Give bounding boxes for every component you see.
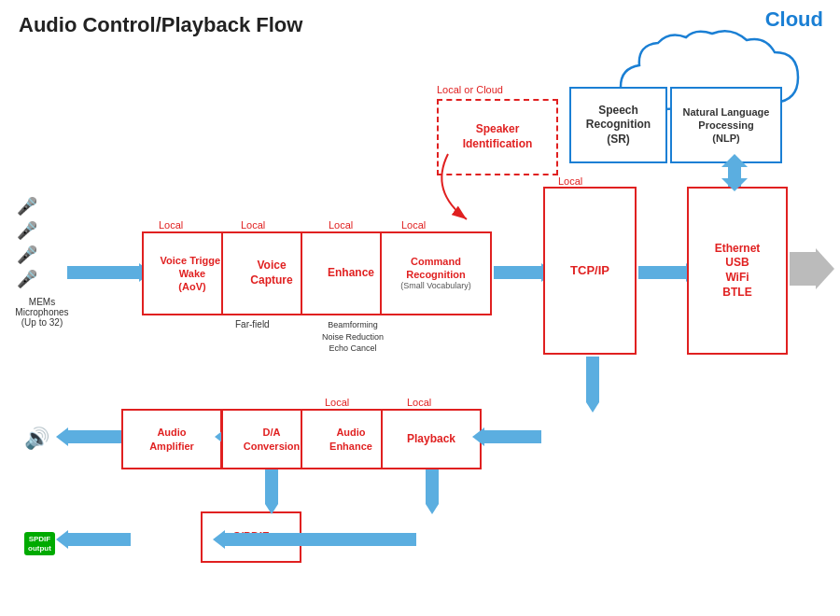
arrow-playback-spdif-h (224, 533, 416, 546)
mic-icon-2: 🎤 (17, 220, 37, 241)
playback-box: Playback (381, 409, 482, 469)
voice-trigger-local: Local (159, 219, 183, 231)
svg-rect-8 (426, 469, 439, 503)
ethernet-box: Ethernet USB WiFi BTLE (687, 187, 788, 355)
speech-recognition-box: Speech Recognition (SR) (569, 87, 667, 163)
beamforming-label: BeamformingNoise ReductionEcho Cancel (297, 319, 409, 355)
spdif-badge: SPDIFoutput (24, 532, 55, 555)
v-arrow-da-spdif (265, 469, 278, 514)
svg-marker-7 (265, 501, 278, 514)
svg-marker-0 (721, 154, 748, 167)
page-title: Audio Control/Playback Flow (19, 13, 302, 37)
microphone-group: 🎤 🎤 🎤 🎤 (17, 196, 37, 289)
svg-rect-1 (728, 167, 741, 178)
mic-icon-orange: 🎤 (17, 245, 37, 265)
svg-marker-5 (586, 399, 599, 413)
tcp-ip-box: TCP/IP (543, 187, 637, 355)
mic-icon-1: 🎤 (17, 196, 37, 217)
enhance-local: Local (329, 219, 353, 231)
arrow-mic-to-voice (67, 266, 140, 279)
curved-arrow-svg (420, 135, 532, 247)
mic-icon-3: 🎤 (17, 269, 37, 289)
arrow-tcp-playback (483, 430, 541, 443)
tcp-local: Local (558, 175, 582, 187)
playback-local: Local (407, 397, 431, 408)
arrow-to-spdif (67, 533, 131, 546)
nlp-box: Natural Language Processing (NLP) (670, 87, 782, 163)
v-arrow-tcp-down (586, 357, 599, 413)
svg-marker-9 (426, 501, 439, 514)
arrow-cmd-tcp (494, 266, 542, 279)
audio-enhance-local: Local (325, 397, 349, 408)
voice-capture-local: Local (241, 219, 265, 231)
v-arrow-playback-spdif (426, 469, 439, 514)
mic-label: MEMsMicrophones(Up to 32) (9, 297, 75, 328)
voice-capture-sub: Far-field (235, 319, 270, 329)
svg-rect-4 (586, 357, 599, 401)
svg-rect-6 (265, 469, 278, 503)
local-or-cloud-label: Local or Cloud (437, 84, 503, 95)
audio-amplifier-box: Audio Amplifier (121, 409, 222, 469)
arrow-tcp-eth (638, 266, 687, 279)
cloud-label: Cloud (765, 7, 823, 32)
arrow-out-right (790, 252, 818, 286)
svg-marker-2 (721, 178, 748, 191)
speaker-icon: 🔊 (24, 427, 49, 451)
v-arrow-svg (721, 154, 748, 191)
